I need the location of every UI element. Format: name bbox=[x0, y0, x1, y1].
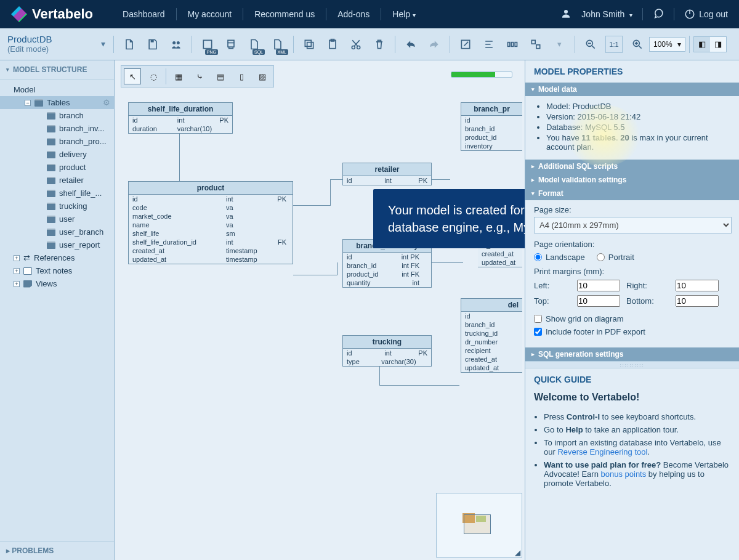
section-validation[interactable]: ▸Model validation settings bbox=[525, 173, 739, 187]
gear-icon[interactable]: ⚙ bbox=[103, 98, 110, 107]
model-title[interactable]: ProductDB (Edit mode) bbox=[7, 34, 52, 54]
undo-icon[interactable] bbox=[402, 36, 419, 53]
tree-references[interactable]: +⇄References bbox=[0, 251, 114, 264]
align-icon[interactable] bbox=[480, 36, 498, 53]
svg-rect-17 bbox=[531, 40, 535, 44]
model-structure-header[interactable]: ▾MODEL STRUCTURE bbox=[0, 60, 114, 79]
info-table-count: You have 11 tables. 20 is max in your cu… bbox=[546, 132, 732, 152]
orientation-portrait-radio[interactable] bbox=[597, 253, 605, 261]
margin-top-input[interactable] bbox=[577, 295, 620, 307]
add-area-icon[interactable]: ▨ bbox=[254, 68, 271, 84]
panel-right-icon[interactable]: ◨ bbox=[710, 37, 726, 52]
show-grid-checkbox[interactable] bbox=[534, 315, 542, 323]
tree-views[interactable]: +Views bbox=[0, 277, 114, 290]
page-size-label: Page size: bbox=[534, 205, 732, 214]
copy-icon[interactable] bbox=[301, 36, 318, 53]
export-xml-icon[interactable]: XML bbox=[269, 36, 286, 53]
select-area-icon[interactable]: ◌ bbox=[145, 68, 162, 84]
minimap[interactable]: ◢ bbox=[436, 493, 522, 558]
nav-help[interactable]: Help▾ bbox=[381, 9, 427, 19]
entity-retailer[interactable]: retailer idintPK bbox=[342, 163, 432, 185]
tree-table-user[interactable]: user bbox=[0, 213, 114, 225]
redo-icon[interactable] bbox=[426, 36, 443, 53]
brand-logo[interactable]: Vertabelo bbox=[11, 6, 93, 22]
paste-icon[interactable] bbox=[324, 36, 341, 53]
delete-icon[interactable] bbox=[371, 36, 388, 53]
svg-rect-6 bbox=[228, 43, 234, 47]
cut-icon[interactable] bbox=[347, 36, 365, 53]
svg-point-11 bbox=[352, 46, 355, 49]
margin-right-input[interactable] bbox=[676, 280, 719, 291]
logout-button[interactable]: Log out bbox=[684, 9, 728, 20]
new-file-icon[interactable] bbox=[121, 36, 138, 53]
tree-table-trucking[interactable]: trucking bbox=[0, 200, 114, 213]
include-footer-checkbox[interactable] bbox=[534, 328, 542, 336]
distribute-h-icon[interactable] bbox=[504, 36, 521, 53]
section-model-data[interactable]: ▾Model data bbox=[525, 83, 739, 96]
tree-table-branch[interactable]: branch bbox=[0, 109, 114, 122]
add-table-icon[interactable]: ▦ bbox=[170, 68, 187, 84]
margin-bottom-input[interactable] bbox=[676, 295, 719, 307]
panel-view-toggle[interactable]: ◧ ◨ bbox=[693, 36, 727, 52]
tree-root-model[interactable]: Model bbox=[0, 83, 114, 96]
quick-guide-welcome: Welcome to Vertabelo! bbox=[534, 392, 730, 403]
top-nav: Vertabelo Dashboard My account Recommend… bbox=[0, 0, 739, 28]
tree-tables-group[interactable]: − Tables ⚙ bbox=[0, 96, 114, 109]
tree-table-branch_pro[interactable]: branch_pro... bbox=[0, 135, 114, 148]
section-format[interactable]: ▾Format bbox=[525, 187, 739, 200]
save-icon[interactable] bbox=[144, 36, 161, 53]
bonus-points-link[interactable]: bonus points bbox=[601, 469, 647, 479]
orientation-landscape-radio[interactable] bbox=[534, 253, 542, 261]
entity-product[interactable]: product idintPKcodevamarket_codevanameva… bbox=[128, 181, 293, 264]
tree-table-user_branch[interactable]: user_branch bbox=[0, 225, 114, 238]
nav-recommend[interactable]: Recommend us bbox=[243, 9, 326, 19]
section-additional-sql[interactable]: ▸Additional SQL scripts bbox=[525, 160, 739, 173]
zoom-in-icon[interactable] bbox=[629, 36, 646, 53]
collapse-icon[interactable]: − bbox=[25, 100, 31, 106]
print-icon[interactable] bbox=[222, 36, 240, 53]
table-icon bbox=[47, 216, 55, 223]
export-png-icon[interactable]: PNG bbox=[199, 36, 216, 53]
page-size-select[interactable]: A4 (210mm x 297mm) bbox=[534, 217, 732, 233]
margin-left-input[interactable] bbox=[577, 280, 620, 291]
nav-addons[interactable]: Add-ons bbox=[326, 9, 381, 19]
tree-table-retailer[interactable]: retailer bbox=[0, 174, 114, 187]
export-sql-icon[interactable]: SQL bbox=[246, 36, 263, 53]
nav-dashboard[interactable]: Dashboard bbox=[111, 9, 176, 19]
edit-icon[interactable] bbox=[457, 36, 474, 53]
tree-text-notes[interactable]: +Text notes bbox=[0, 264, 114, 277]
reverse-engineering-link[interactable]: Reverse Engineering tool bbox=[557, 447, 647, 457]
share-icon[interactable] bbox=[168, 36, 185, 53]
arrange-icon[interactable]: ▾ bbox=[551, 36, 568, 53]
tree-table-shelf_life_[interactable]: shelf_life_... bbox=[0, 187, 114, 200]
entity-shelf-life-duration[interactable]: shelf_life_duration idintPKdurationvarch… bbox=[128, 102, 233, 134]
pointer-tool-icon[interactable]: ↖ bbox=[124, 68, 141, 84]
model-dropdown-icon[interactable]: ▾ bbox=[96, 39, 110, 49]
zoom-fit-icon[interactable]: 1:1 bbox=[605, 36, 623, 53]
tree-table-product[interactable]: product bbox=[0, 161, 114, 174]
minimap-expand-icon[interactable]: ◢ bbox=[515, 548, 520, 557]
entity-trucking[interactable]: trucking idintPKtypevarchar(30) bbox=[342, 335, 432, 367]
nav-my-account[interactable]: My account bbox=[177, 9, 243, 19]
panel-resize-handle[interactable]: :::::::::: bbox=[525, 361, 739, 368]
problems-panel-header[interactable]: ▸ PROBLEMS bbox=[0, 541, 114, 560]
zoom-value-select[interactable]: 100% ▾ bbox=[649, 37, 685, 52]
zoom-out-icon[interactable] bbox=[582, 36, 599, 53]
chat-icon[interactable] bbox=[653, 8, 664, 21]
entity-delivery[interactable]: del idbranch_idtrucking_iddr_numberrecip… bbox=[461, 298, 522, 373]
add-reference-icon[interactable]: ⤷ bbox=[191, 68, 208, 84]
entity-branch-pr[interactable]: branch_pr idbranch_idproduct_idinventory bbox=[461, 102, 522, 151]
add-view-icon[interactable]: ▤ bbox=[212, 68, 229, 84]
add-note-icon[interactable]: ▯ bbox=[233, 68, 250, 84]
canvas-toolbar: ↖ ◌ ▦ ⤷ ▤ ▯ ▨ bbox=[121, 65, 274, 87]
user-name-dropdown[interactable]: John Smith ▾ bbox=[581, 9, 632, 19]
tree-table-user_report[interactable]: user_report bbox=[0, 238, 114, 251]
quick-tip-paid: Want to use paid plan for free? Become V… bbox=[544, 458, 730, 490]
panel-left-icon[interactable]: ◧ bbox=[694, 37, 710, 52]
diagram-canvas[interactable]: ↖ ◌ ▦ ⤷ ▤ ▯ ▨ shelf_life_duration idintP… bbox=[115, 60, 525, 560]
section-sql-generation[interactable]: ▸SQL generation settings bbox=[525, 347, 739, 361]
tree-table-branch_inv[interactable]: branch_inv... bbox=[0, 122, 114, 135]
table-icon bbox=[47, 229, 55, 236]
distribute-v-icon[interactable] bbox=[527, 36, 544, 53]
tree-table-delivery[interactable]: delivery bbox=[0, 148, 114, 161]
